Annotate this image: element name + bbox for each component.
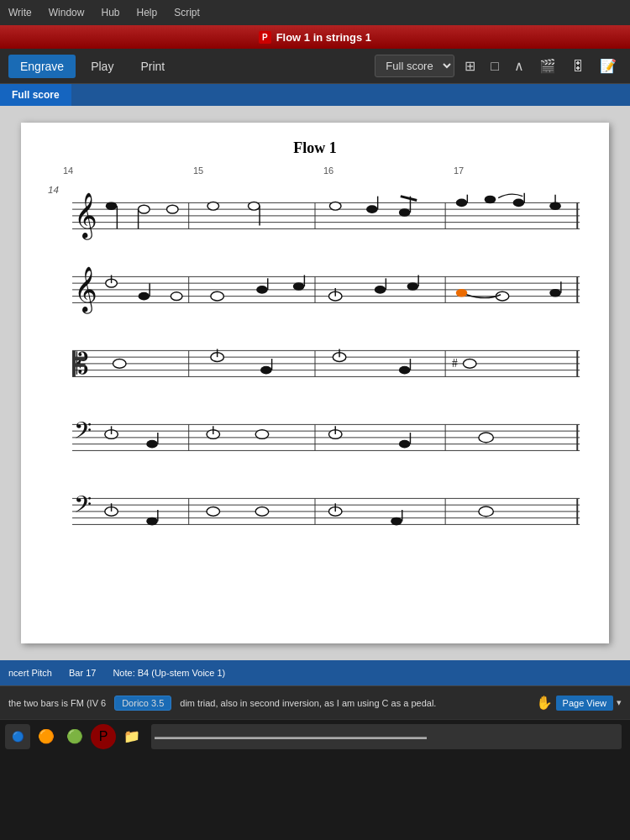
concert-pitch: ncert Pitch <box>8 668 52 678</box>
svg-point-25 <box>456 199 468 207</box>
svg-point-58 <box>456 289 468 297</box>
measure-16: 16 <box>323 165 333 176</box>
treble-staff-2: 𝄞 <box>46 251 584 323</box>
score-page: Flow 1 14 15 16 17 14 𝄞 <box>21 123 609 643</box>
svg-point-13 <box>139 205 150 213</box>
score-selector: Full score Part 1 ⊞ □ ∧ 🎬 🎛 📝 <box>375 55 622 77</box>
svg-text:𝄢: 𝄢 <box>74 418 92 449</box>
svg-point-48 <box>256 286 268 294</box>
taskbar-icon-5[interactable]: 📁 <box>119 724 144 749</box>
chevron-down-icon[interactable]: ▾ <box>617 697 622 708</box>
engrave-button[interactable]: Engrave <box>8 55 76 78</box>
view-controls: ✋ Page View ▾ <box>536 695 622 711</box>
svg-point-123 <box>255 507 269 517</box>
taskbar: 🔵 🟠 🟢 P 📁 ▬▬▬▬▬▬▬▬▬▬▬▬▬▬▬▬▬▬▬▬▬▬▬▬▬▬▬▬▬▬… <box>0 719 630 753</box>
svg-point-16 <box>207 202 219 210</box>
svg-text:14: 14 <box>48 184 59 195</box>
measure-15: 15 <box>193 165 203 176</box>
svg-point-11 <box>106 202 118 210</box>
chevron-up-icon[interactable]: ∧ <box>509 55 529 77</box>
notepad-icon[interactable]: 📝 <box>595 55 622 77</box>
taskbar-icon-3[interactable]: 🟢 <box>62 724 87 749</box>
window-title: Flow 1 in strings 1 <box>276 31 371 44</box>
menubar: Write Window Hub Help Script <box>0 0 630 25</box>
menu-script[interactable]: Script <box>174 7 200 18</box>
bass-staff-2: 𝄢 <box>46 473 584 544</box>
svg-rect-69 <box>72 357 86 360</box>
treble-staff-1: 14 𝄞 <box>46 177 584 249</box>
taskbar-icon-1[interactable]: 🔵 <box>5 724 30 749</box>
info-bar: the two bars is FM (IV 6 Dorico 3.5 dim … <box>0 685 630 719</box>
taskbar-icon-4[interactable]: P <box>91 724 116 749</box>
svg-rect-68 <box>72 350 76 376</box>
svg-point-46 <box>171 292 182 301</box>
svg-point-15 <box>167 205 179 213</box>
note-info: Note: B4 (Up-stem Voice 1) <box>113 668 225 678</box>
svg-point-19 <box>329 202 341 210</box>
staff-system: 14 𝄞 <box>46 177 584 547</box>
video-icon[interactable]: 🎬 <box>534 55 561 77</box>
page-view-button[interactable]: Page View <box>556 696 613 711</box>
print-button[interactable]: Print <box>129 55 176 78</box>
svg-point-102 <box>255 430 269 439</box>
taskbar-apps-row: ▬▬▬▬▬▬▬▬▬▬▬▬▬▬▬▬▬▬▬▬▬▬▬▬▬▬▬▬▬▬▬▬▬▬▬▬ <box>151 724 622 749</box>
measure-17: 17 <box>454 165 464 176</box>
info-message: dim triad, also in second inversion, as … <box>180 698 436 708</box>
tab-bar: Full score <box>0 84 630 106</box>
play-button[interactable]: Play <box>79 55 125 78</box>
svg-point-126 <box>391 517 402 526</box>
score-dropdown[interactable]: Full score Part 1 <box>375 55 454 77</box>
menu-help[interactable]: Help <box>136 7 157 18</box>
taskbar-icon-2[interactable]: 🟠 <box>34 724 59 749</box>
svg-line-24 <box>401 197 417 201</box>
info-text: the two bars is FM (IV 6 <box>8 698 106 708</box>
svg-text:𝄞: 𝄞 <box>74 266 97 314</box>
score-layout-icon[interactable]: ⊞ <box>459 55 480 77</box>
menu-write[interactable]: Write <box>8 7 32 18</box>
svg-point-17 <box>248 202 260 210</box>
svg-point-20 <box>366 205 378 213</box>
measure-14: 14 <box>63 165 73 176</box>
menu-hub[interactable]: Hub <box>101 7 119 18</box>
svg-text:#: # <box>452 357 458 370</box>
score-view-icon[interactable]: □ <box>486 55 504 77</box>
hand-tool-icon[interactable]: ✋ <box>536 695 553 711</box>
flow-title: Flow 1 <box>46 139 584 157</box>
svg-point-82 <box>399 366 411 375</box>
svg-point-120 <box>146 517 158 526</box>
svg-point-98 <box>146 440 158 449</box>
title-bar: P Flow 1 in strings 1 <box>0 25 630 49</box>
svg-point-28 <box>513 199 525 207</box>
svg-point-54 <box>375 286 386 294</box>
menu-window[interactable]: Window <box>49 7 85 18</box>
svg-point-27 <box>485 196 496 204</box>
svg-text:𝄞: 𝄞 <box>74 192 97 240</box>
bass-staff-1: 𝄢 <box>46 399 584 470</box>
tab-full-score[interactable]: Full score <box>0 84 71 106</box>
svg-point-22 <box>399 208 411 217</box>
svg-point-75 <box>113 360 127 369</box>
mixer-icon[interactable]: 🎛 <box>566 55 590 77</box>
svg-point-47 <box>211 291 224 301</box>
dorico-version: Dorico 3.5 <box>114 696 171 711</box>
score-area: Flow 1 14 15 16 17 14 𝄞 <box>0 106 630 660</box>
app-icon: P <box>259 31 271 44</box>
svg-point-128 <box>479 507 493 517</box>
svg-point-85 <box>463 360 476 369</box>
toolbar: Engrave Play Print Full score Part 1 ⊞ □… <box>0 49 630 84</box>
svg-point-107 <box>479 433 493 443</box>
svg-rect-70 <box>72 364 86 367</box>
svg-point-56 <box>407 282 419 291</box>
measure-numbers: 14 15 16 17 <box>46 165 584 177</box>
svg-point-122 <box>207 507 220 517</box>
bar-number: Bar 17 <box>69 668 96 678</box>
status-bar: ncert Pitch Bar 17 Note: B4 (Up-stem Voi… <box>0 660 630 685</box>
svg-point-60 <box>549 289 561 297</box>
svg-text:𝄢: 𝄢 <box>74 492 92 522</box>
alto-staff: 𝄡 # <box>46 325 584 396</box>
svg-point-105 <box>399 440 411 449</box>
svg-point-44 <box>139 292 150 301</box>
svg-point-78 <box>260 366 272 375</box>
svg-point-50 <box>293 282 305 291</box>
